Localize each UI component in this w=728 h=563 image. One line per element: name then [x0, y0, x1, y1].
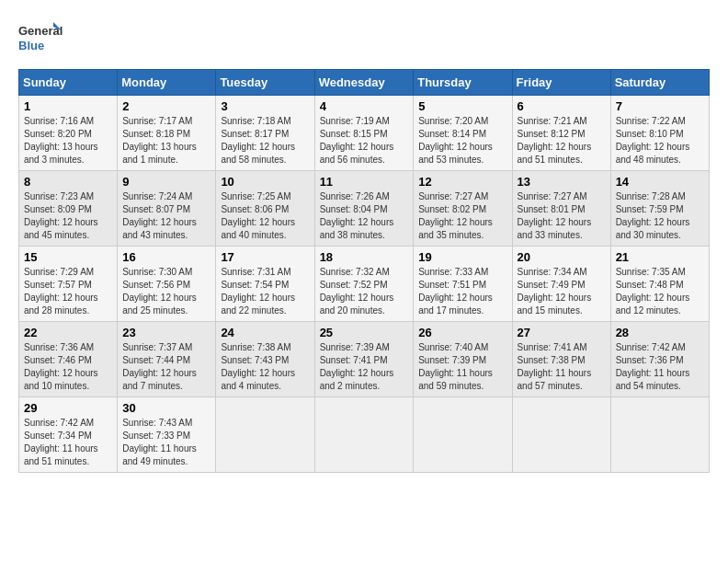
day-number: 29 [24, 401, 112, 415]
day-info: Sunrise: 7:38 AMSunset: 7:43 PMDaylight:… [221, 341, 309, 393]
day-number: 6 [518, 99, 606, 113]
logo: General Blue [18, 18, 64, 60]
day-info: Sunrise: 7:20 AMSunset: 8:14 PMDaylight:… [418, 115, 506, 167]
calendar-cell: 24Sunrise: 7:38 AMSunset: 7:43 PMDayligh… [216, 322, 314, 397]
calendar-cell: 6Sunrise: 7:21 AMSunset: 8:12 PMDaylight… [512, 96, 610, 171]
day-number: 25 [320, 326, 409, 339]
calendar-header-row: SundayMondayTuesdayWednesdayThursdayFrid… [19, 70, 710, 96]
day-info: Sunrise: 7:25 AMSunset: 8:06 PMDaylight:… [221, 190, 309, 242]
day-info: Sunrise: 7:23 AMSunset: 8:09 PMDaylight:… [24, 190, 112, 242]
day-number: 22 [24, 326, 112, 339]
header-wednesday: Wednesday [314, 70, 414, 96]
calendar-cell: 29Sunrise: 7:42 AMSunset: 7:34 PMDayligh… [19, 397, 118, 473]
calendar-cell: 5Sunrise: 7:20 AMSunset: 8:14 PMDaylight… [414, 96, 512, 171]
calendar-week-row: 22Sunrise: 7:36 AMSunset: 7:46 PMDayligh… [19, 322, 710, 397]
header-monday: Monday [118, 70, 216, 96]
calendar-cell: 15Sunrise: 7:29 AMSunset: 7:57 PMDayligh… [19, 247, 118, 322]
calendar-cell: 14Sunrise: 7:28 AMSunset: 7:59 PMDayligh… [610, 171, 709, 247]
calendar-week-row: 15Sunrise: 7:29 AMSunset: 7:57 PMDayligh… [19, 247, 710, 322]
calendar-cell [512, 397, 610, 473]
day-info: Sunrise: 7:29 AMSunset: 7:57 PMDaylight:… [24, 266, 112, 317]
day-info: Sunrise: 7:41 AMSunset: 7:38 PMDaylight:… [518, 341, 606, 393]
calendar-cell: 23Sunrise: 7:37 AMSunset: 7:44 PMDayligh… [118, 322, 216, 397]
day-number: 12 [418, 175, 506, 189]
day-number: 30 [122, 401, 210, 415]
calendar-cell: 2Sunrise: 7:17 AMSunset: 8:18 PMDaylight… [118, 96, 216, 171]
header-tuesday: Tuesday [216, 70, 314, 96]
day-number: 24 [221, 326, 309, 339]
day-info: Sunrise: 7:42 AMSunset: 7:36 PMDaylight:… [616, 341, 704, 393]
day-info: Sunrise: 7:39 AMSunset: 7:41 PMDaylight:… [320, 341, 409, 393]
day-number: 23 [122, 326, 210, 339]
logo-svg: General Blue [18, 18, 64, 60]
day-info: Sunrise: 7:21 AMSunset: 8:12 PMDaylight:… [518, 115, 606, 167]
day-info: Sunrise: 7:26 AMSunset: 8:04 PMDaylight:… [320, 190, 409, 242]
calendar-cell: 8Sunrise: 7:23 AMSunset: 8:09 PMDaylight… [19, 171, 118, 247]
day-info: Sunrise: 7:24 AMSunset: 8:07 PMDaylight:… [122, 190, 210, 242]
header-saturday: Saturday [610, 70, 709, 96]
day-number: 5 [418, 99, 506, 113]
day-info: Sunrise: 7:22 AMSunset: 8:10 PMDaylight:… [616, 115, 704, 167]
day-number: 17 [221, 250, 309, 264]
calendar-cell: 3Sunrise: 7:18 AMSunset: 8:17 PMDaylight… [216, 96, 314, 171]
day-number: 4 [320, 99, 409, 113]
calendar-cell: 18Sunrise: 7:32 AMSunset: 7:52 PMDayligh… [314, 247, 414, 322]
day-number: 3 [221, 99, 309, 113]
header-friday: Friday [512, 70, 610, 96]
calendar-cell [216, 397, 314, 473]
day-number: 9 [122, 175, 210, 189]
svg-text:Blue: Blue [18, 39, 44, 52]
header-sunday: Sunday [19, 70, 118, 96]
day-info: Sunrise: 7:33 AMSunset: 7:51 PMDaylight:… [418, 266, 506, 317]
day-info: Sunrise: 7:27 AMSunset: 8:01 PMDaylight:… [518, 190, 606, 242]
day-info: Sunrise: 7:18 AMSunset: 8:17 PMDaylight:… [221, 115, 309, 167]
header-thursday: Thursday [414, 70, 512, 96]
day-number: 10 [221, 175, 309, 189]
page-header: General Blue [18, 18, 710, 60]
day-info: Sunrise: 7:31 AMSunset: 7:54 PMDaylight:… [221, 266, 309, 317]
day-number: 19 [418, 250, 506, 264]
calendar-cell: 13Sunrise: 7:27 AMSunset: 8:01 PMDayligh… [512, 171, 610, 247]
day-info: Sunrise: 7:17 AMSunset: 8:18 PMDaylight:… [122, 115, 210, 167]
day-info: Sunrise: 7:43 AMSunset: 7:33 PMDaylight:… [122, 417, 210, 468]
calendar-cell: 20Sunrise: 7:34 AMSunset: 7:49 PMDayligh… [512, 247, 610, 322]
day-number: 18 [320, 250, 409, 264]
day-number: 2 [122, 99, 210, 113]
day-info: Sunrise: 7:40 AMSunset: 7:39 PMDaylight:… [418, 341, 506, 393]
calendar-week-row: 8Sunrise: 7:23 AMSunset: 8:09 PMDaylight… [19, 171, 710, 247]
calendar-cell: 12Sunrise: 7:27 AMSunset: 8:02 PMDayligh… [414, 171, 512, 247]
calendar-cell [414, 397, 512, 473]
day-number: 21 [616, 250, 704, 264]
calendar-cell: 10Sunrise: 7:25 AMSunset: 8:06 PMDayligh… [216, 171, 314, 247]
day-info: Sunrise: 7:35 AMSunset: 7:48 PMDaylight:… [616, 266, 704, 317]
calendar-cell [314, 397, 414, 473]
calendar-table: SundayMondayTuesdayWednesdayThursdayFrid… [18, 69, 710, 473]
day-info: Sunrise: 7:19 AMSunset: 8:15 PMDaylight:… [320, 115, 409, 167]
calendar-week-row: 29Sunrise: 7:42 AMSunset: 7:34 PMDayligh… [19, 397, 710, 473]
day-number: 20 [518, 250, 606, 264]
day-info: Sunrise: 7:42 AMSunset: 7:34 PMDaylight:… [24, 417, 112, 468]
day-info: Sunrise: 7:36 AMSunset: 7:46 PMDaylight:… [24, 341, 112, 393]
day-number: 1 [24, 99, 112, 113]
day-number: 13 [518, 175, 606, 189]
calendar-cell: 7Sunrise: 7:22 AMSunset: 8:10 PMDaylight… [610, 96, 709, 171]
day-number: 16 [122, 250, 210, 264]
calendar-week-row: 1Sunrise: 7:16 AMSunset: 8:20 PMDaylight… [19, 96, 710, 171]
day-info: Sunrise: 7:16 AMSunset: 8:20 PMDaylight:… [24, 115, 112, 167]
day-number: 15 [24, 250, 112, 264]
day-info: Sunrise: 7:30 AMSunset: 7:56 PMDaylight:… [122, 266, 210, 317]
calendar-cell: 11Sunrise: 7:26 AMSunset: 8:04 PMDayligh… [314, 171, 414, 247]
day-info: Sunrise: 7:32 AMSunset: 7:52 PMDaylight:… [320, 266, 409, 317]
day-info: Sunrise: 7:28 AMSunset: 7:59 PMDaylight:… [616, 190, 704, 242]
calendar-cell: 4Sunrise: 7:19 AMSunset: 8:15 PMDaylight… [314, 96, 414, 171]
calendar-cell: 17Sunrise: 7:31 AMSunset: 7:54 PMDayligh… [216, 247, 314, 322]
calendar-cell: 27Sunrise: 7:41 AMSunset: 7:38 PMDayligh… [512, 322, 610, 397]
calendar-cell: 19Sunrise: 7:33 AMSunset: 7:51 PMDayligh… [414, 247, 512, 322]
day-number: 7 [616, 99, 704, 113]
day-number: 26 [418, 326, 506, 339]
calendar-cell: 22Sunrise: 7:36 AMSunset: 7:46 PMDayligh… [19, 322, 118, 397]
calendar-cell: 16Sunrise: 7:30 AMSunset: 7:56 PMDayligh… [118, 247, 216, 322]
calendar-cell: 9Sunrise: 7:24 AMSunset: 8:07 PMDaylight… [118, 171, 216, 247]
calendar-cell: 1Sunrise: 7:16 AMSunset: 8:20 PMDaylight… [19, 96, 118, 171]
day-info: Sunrise: 7:37 AMSunset: 7:44 PMDaylight:… [122, 341, 210, 393]
